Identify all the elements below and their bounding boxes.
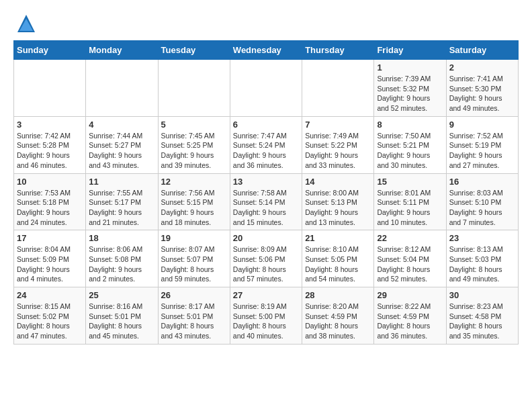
calendar-day-30: 30Sunrise: 8:23 AM Sunset: 4:58 PM Dayli… xyxy=(446,287,518,345)
calendar-day-1: 1Sunrise: 7:39 AM Sunset: 5:32 PM Daylig… xyxy=(374,60,446,117)
day-number: 10 xyxy=(17,177,83,187)
day-info: Sunrise: 8:13 AM Sunset: 5:03 PM Dayligh… xyxy=(449,244,515,284)
day-info: Sunrise: 8:03 AM Sunset: 5:10 PM Dayligh… xyxy=(449,188,515,228)
calendar-week-row: 24Sunrise: 8:15 AM Sunset: 5:02 PM Dayli… xyxy=(14,287,519,345)
weekday-header-thursday: Thursday xyxy=(302,41,374,60)
calendar-day-10: 10Sunrise: 7:53 AM Sunset: 5:18 PM Dayli… xyxy=(14,173,86,230)
calendar-day-29: 29Sunrise: 8:22 AM Sunset: 4:59 PM Dayli… xyxy=(374,287,446,345)
day-info: Sunrise: 7:47 AM Sunset: 5:24 PM Dayligh… xyxy=(233,131,299,171)
calendar-day-5: 5Sunrise: 7:45 AM Sunset: 5:25 PM Daylig… xyxy=(158,116,230,173)
day-number: 13 xyxy=(233,177,299,187)
calendar-day-16: 16Sunrise: 8:03 AM Sunset: 5:10 PM Dayli… xyxy=(446,173,518,230)
day-number: 17 xyxy=(17,233,83,243)
calendar-day-25: 25Sunrise: 8:16 AM Sunset: 5:01 PM Dayli… xyxy=(86,287,158,345)
day-number: 28 xyxy=(305,290,371,300)
calendar-day-13: 13Sunrise: 7:58 AM Sunset: 5:14 PM Dayli… xyxy=(230,173,302,230)
day-number: 25 xyxy=(89,290,154,300)
calendar-day-22: 22Sunrise: 8:12 AM Sunset: 5:04 PM Dayli… xyxy=(374,230,446,287)
day-info: Sunrise: 7:44 AM Sunset: 5:27 PM Dayligh… xyxy=(89,131,154,171)
calendar-empty xyxy=(86,60,158,117)
calendar-day-20: 20Sunrise: 8:09 AM Sunset: 5:06 PM Dayli… xyxy=(230,230,302,287)
calendar-day-12: 12Sunrise: 7:56 AM Sunset: 5:15 PM Dayli… xyxy=(158,173,230,230)
calendar-empty xyxy=(158,60,230,117)
calendar-day-27: 27Sunrise: 8:19 AM Sunset: 5:00 PM Dayli… xyxy=(230,287,302,345)
calendar-day-2: 2Sunrise: 7:41 AM Sunset: 5:30 PM Daylig… xyxy=(446,60,518,117)
day-info: Sunrise: 8:10 AM Sunset: 5:05 PM Dayligh… xyxy=(305,244,371,284)
calendar-day-21: 21Sunrise: 8:10 AM Sunset: 5:05 PM Dayli… xyxy=(302,230,374,287)
weekday-header-tuesday: Tuesday xyxy=(158,41,230,60)
day-info: Sunrise: 7:42 AM Sunset: 5:28 PM Dayligh… xyxy=(17,131,83,171)
day-info: Sunrise: 8:12 AM Sunset: 5:04 PM Dayligh… xyxy=(377,244,443,284)
day-number: 11 xyxy=(89,177,154,187)
calendar-day-6: 6Sunrise: 7:47 AM Sunset: 5:24 PM Daylig… xyxy=(230,116,302,173)
weekday-header-monday: Monday xyxy=(86,41,158,60)
weekday-header-saturday: Saturday xyxy=(446,41,518,60)
day-number: 21 xyxy=(305,233,371,243)
weekday-header-sunday: Sunday xyxy=(14,41,86,60)
day-info: Sunrise: 8:23 AM Sunset: 4:58 PM Dayligh… xyxy=(449,302,515,341)
logo-icon xyxy=(16,13,36,34)
day-number: 20 xyxy=(233,233,299,243)
day-info: Sunrise: 7:53 AM Sunset: 5:18 PM Dayligh… xyxy=(17,188,83,228)
calendar-day-4: 4Sunrise: 7:44 AM Sunset: 5:27 PM Daylig… xyxy=(86,116,158,173)
day-number: 4 xyxy=(89,120,154,130)
day-info: Sunrise: 8:16 AM Sunset: 5:01 PM Dayligh… xyxy=(89,302,154,341)
day-info: Sunrise: 8:15 AM Sunset: 5:02 PM Dayligh… xyxy=(17,302,83,341)
day-info: Sunrise: 8:19 AM Sunset: 5:00 PM Dayligh… xyxy=(233,302,299,341)
day-info: Sunrise: 8:22 AM Sunset: 4:59 PM Dayligh… xyxy=(377,302,443,341)
day-number: 5 xyxy=(161,120,227,130)
calendar-day-11: 11Sunrise: 7:55 AM Sunset: 5:17 PM Dayli… xyxy=(86,173,158,230)
calendar-day-18: 18Sunrise: 8:06 AM Sunset: 5:08 PM Dayli… xyxy=(86,230,158,287)
calendar-day-28: 28Sunrise: 8:20 AM Sunset: 4:59 PM Dayli… xyxy=(302,287,374,345)
day-number: 1 xyxy=(377,62,443,73)
calendar-empty xyxy=(14,60,86,117)
day-number: 9 xyxy=(449,120,515,130)
day-number: 27 xyxy=(233,290,299,300)
day-number: 23 xyxy=(449,233,515,243)
day-number: 16 xyxy=(449,177,515,187)
day-number: 14 xyxy=(305,177,371,187)
calendar-day-14: 14Sunrise: 8:00 AM Sunset: 5:13 PM Dayli… xyxy=(302,173,374,230)
calendar-day-8: 8Sunrise: 7:50 AM Sunset: 5:21 PM Daylig… xyxy=(374,116,446,173)
calendar-week-row: 3Sunrise: 7:42 AM Sunset: 5:28 PM Daylig… xyxy=(14,116,519,173)
day-number: 19 xyxy=(161,233,227,243)
day-number: 8 xyxy=(377,120,443,130)
page-header xyxy=(13,13,519,34)
day-number: 30 xyxy=(449,290,515,300)
calendar-week-row: 17Sunrise: 8:04 AM Sunset: 5:09 PM Dayli… xyxy=(14,230,519,287)
weekday-header-wednesday: Wednesday xyxy=(230,41,302,60)
day-number: 12 xyxy=(161,177,227,187)
day-info: Sunrise: 7:39 AM Sunset: 5:32 PM Dayligh… xyxy=(377,74,443,113)
day-info: Sunrise: 8:04 AM Sunset: 5:09 PM Dayligh… xyxy=(17,244,83,284)
calendar-empty xyxy=(230,60,302,117)
calendar-day-3: 3Sunrise: 7:42 AM Sunset: 5:28 PM Daylig… xyxy=(14,116,86,173)
day-info: Sunrise: 7:41 AM Sunset: 5:30 PM Dayligh… xyxy=(449,74,515,113)
calendar-week-row: 10Sunrise: 7:53 AM Sunset: 5:18 PM Dayli… xyxy=(14,173,519,230)
day-number: 15 xyxy=(377,177,443,187)
calendar-day-9: 9Sunrise: 7:52 AM Sunset: 5:19 PM Daylig… xyxy=(446,116,518,173)
day-number: 24 xyxy=(17,290,83,300)
day-number: 29 xyxy=(377,290,443,300)
day-number: 22 xyxy=(377,233,443,243)
calendar-day-24: 24Sunrise: 8:15 AM Sunset: 5:02 PM Dayli… xyxy=(14,287,86,345)
day-number: 18 xyxy=(89,233,154,243)
day-info: Sunrise: 7:45 AM Sunset: 5:25 PM Dayligh… xyxy=(161,131,227,171)
day-number: 6 xyxy=(233,120,299,130)
day-info: Sunrise: 8:01 AM Sunset: 5:11 PM Dayligh… xyxy=(377,188,443,228)
day-info: Sunrise: 7:50 AM Sunset: 5:21 PM Dayligh… xyxy=(377,131,443,171)
calendar-header-row: SundayMondayTuesdayWednesdayThursdayFrid… xyxy=(14,41,519,60)
logo xyxy=(13,13,36,34)
day-info: Sunrise: 7:58 AM Sunset: 5:14 PM Dayligh… xyxy=(233,188,299,228)
day-info: Sunrise: 7:49 AM Sunset: 5:22 PM Dayligh… xyxy=(305,131,371,171)
day-info: Sunrise: 7:55 AM Sunset: 5:17 PM Dayligh… xyxy=(89,188,154,228)
day-info: Sunrise: 8:20 AM Sunset: 4:59 PM Dayligh… xyxy=(305,302,371,341)
calendar-day-17: 17Sunrise: 8:04 AM Sunset: 5:09 PM Dayli… xyxy=(14,230,86,287)
calendar-empty xyxy=(302,60,374,117)
calendar-day-15: 15Sunrise: 8:01 AM Sunset: 5:11 PM Dayli… xyxy=(374,173,446,230)
day-info: Sunrise: 8:06 AM Sunset: 5:08 PM Dayligh… xyxy=(89,244,154,284)
day-number: 7 xyxy=(305,120,371,130)
day-number: 26 xyxy=(161,290,227,300)
day-info: Sunrise: 8:00 AM Sunset: 5:13 PM Dayligh… xyxy=(305,188,371,228)
calendar-week-row: 1Sunrise: 7:39 AM Sunset: 5:32 PM Daylig… xyxy=(14,60,519,117)
calendar-day-7: 7Sunrise: 7:49 AM Sunset: 5:22 PM Daylig… xyxy=(302,116,374,173)
